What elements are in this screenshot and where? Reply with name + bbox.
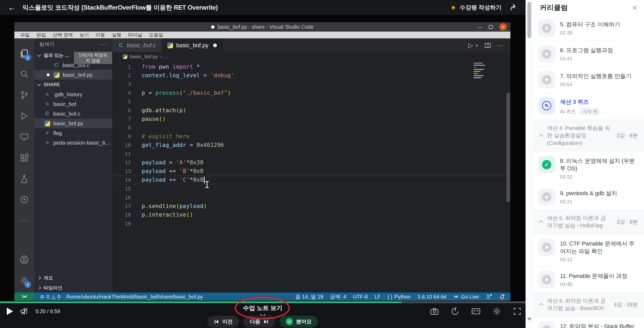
run-debug-icon[interactable] [14, 106, 34, 127]
curriculum-lecture-item[interactable]: 10. CTF Pwnable 문제에서 주어지는 파일 확인03:12 [533, 234, 644, 267]
timeline-header[interactable]: 타임라인 [34, 283, 112, 293]
curriculum-lecture-item[interactable]: 12. 취약점 분석 - Stack Buffer Overflow07:01 [533, 317, 644, 328]
line-number: 18 [112, 212, 131, 218]
settings-gear-icon[interactable]: 1 [14, 270, 34, 291]
search-icon[interactable] [14, 64, 34, 85]
menu-item[interactable]: 선택 영역 [49, 32, 76, 38]
modified-dot-icon [47, 73, 50, 76]
watched-button[interactable]: ✓ 봤어요 [280, 316, 318, 327]
next-button[interactable]: 다음 [244, 316, 275, 327]
subtitles-icon[interactable] [471, 307, 481, 315]
split-editor-icon[interactable] [485, 43, 491, 48]
remote-explorer-icon[interactable] [14, 127, 34, 147]
maximize-icon[interactable] [489, 25, 493, 29]
run-dropdown-icon[interactable]: ∨ [475, 43, 478, 48]
code-editor[interactable]: 1from pwn import *2context.log_level = '… [112, 61, 510, 293]
code-line: 10get_flag_addr = 0x401296 [112, 141, 510, 150]
tab-basic_bof-c[interactable]: C basic_bof.c [112, 38, 162, 52]
language-mode[interactable]: { }Python [387, 294, 411, 300]
play-button[interactable] [7, 308, 13, 315]
eol-type[interactable]: LF [374, 294, 380, 300]
remote-indicator[interactable]: >< [14, 293, 34, 301]
menu-item[interactable]: 이동 [92, 32, 109, 38]
live-share-icon[interactable] [14, 189, 34, 210]
share-icon[interactable] [510, 4, 518, 11]
curriculum-lecture-item[interactable]: 11. Pwnable 문제풀이 과정03:45 [533, 267, 644, 293]
review-button[interactable]: 수강평 작성하기 [460, 4, 502, 11]
scrollbar-thumb[interactable] [527, 2, 531, 38]
playback-speed-icon[interactable] [451, 307, 459, 315]
editor-more-icon[interactable]: ··· [497, 42, 504, 49]
menu-item[interactable]: 보기 [76, 32, 92, 38]
test-beaker-icon[interactable] [14, 168, 34, 189]
lesson-duration: 03:12 [560, 257, 573, 263]
mute-icon[interactable] [20, 307, 29, 315]
curriculum-lecture-item[interactable]: 7. 악의적인 실행흐름 만들기00:54 [533, 67, 644, 93]
explorer-icon[interactable]: 1 [14, 43, 34, 64]
file-tree-item[interactable]: ≡flag [34, 128, 112, 138]
code-line: 5 [112, 97, 510, 106]
play-icon [538, 321, 555, 328]
python-version[interactable]: 3.8.10 64-bit [418, 294, 446, 300]
curriculum-lecture-item[interactable]: ✓8. 리눅스 운영체제 설치 (우분투 OS)03:22 [533, 152, 644, 184]
menu-item[interactable]: 터미널 [125, 32, 146, 38]
go-live-button[interactable]: Go Live [453, 294, 479, 300]
curriculum-section-header[interactable]: 섹션 6. 취약점 이론과 공격기법 실습 - BasicBOF4강 · 15분 [533, 293, 644, 317]
curriculum-section-header[interactable]: 섹션 4. Pwnable 학습을 위한 실습환경설정 (Configurati… [533, 120, 644, 152]
share-folder-header[interactable]: SHARE [34, 80, 112, 90]
menu-item[interactable]: 실행 [109, 32, 125, 38]
lesson-notes-button[interactable]: 수업 노트 보기 [229, 304, 297, 312]
play-icon [538, 71, 555, 88]
line-number: 17 [112, 203, 131, 209]
breadcrumb-separator: › [160, 54, 162, 59]
encoding[interactable]: UTF-8 [353, 294, 368, 300]
close-icon[interactable]: × [632, 3, 637, 12]
explorer-panel: 탐색기 ··· 열려 있는 ... Cbasic_bof.cbasic_bof.… [34, 38, 112, 293]
breadcrumb[interactable]: basic_bof.py › ... [112, 52, 510, 61]
more-actions-icon[interactable]: ··· [14, 210, 34, 231]
settings-icon[interactable] [493, 307, 501, 315]
menu-item[interactable]: 도움말 [146, 32, 166, 38]
file-tree-item[interactable]: basic_bof.py [34, 118, 112, 128]
page-scrollbar[interactable] [526, 0, 533, 328]
lesson-meta: 03:22 [560, 174, 638, 180]
notifications-bell-icon[interactable] [499, 294, 505, 300]
screenshot-camera-icon[interactable] [430, 307, 439, 315]
indentation[interactable]: 공백: 4 [330, 293, 346, 300]
scroll-down-arrow-icon[interactable] [527, 318, 532, 321]
outline-header[interactable]: 개요 [34, 273, 112, 283]
curriculum-lecture-item[interactable]: 6. 프로그램 실행과정01:41 [533, 41, 644, 67]
menu-item[interactable]: 파일 [17, 32, 33, 38]
lesson-meta: 02:26 [560, 30, 620, 36]
cursor-position[interactable]: 줄 14, 열 19 [295, 293, 323, 300]
line-number: 10 [112, 142, 131, 148]
extensions-icon[interactable] [14, 147, 34, 168]
curriculum-title: 커리큘럼 [540, 3, 568, 12]
problems-indicator[interactable]: ⊘0 △0 [40, 294, 60, 300]
tab-basic_bof-py[interactable]: basic_bof.py [162, 38, 223, 52]
fullscreen-icon[interactable] [513, 307, 521, 315]
close-window-icon[interactable]: × [499, 23, 507, 31]
file-tree-item[interactable]: ≡peda-session-basic_b... [34, 138, 112, 147]
source-control-icon[interactable] [14, 85, 34, 106]
file-tree-item[interactable]: ≡basic_bof [34, 99, 112, 109]
back-arrow-icon[interactable]: ← [8, 3, 16, 12]
file-tree-item[interactable]: ≡.gdb_history [34, 90, 112, 99]
explorer-more-icon[interactable]: ··· [100, 41, 107, 48]
account-icon[interactable] [14, 249, 34, 270]
minimize-icon[interactable]: – [479, 26, 482, 28]
curriculum-section-header[interactable]: 섹션 5. 취약점 이론과 공격기법 실습 - HelloFlag2강 · 6분 [533, 210, 644, 234]
editor-scrollbar[interactable] [506, 93, 510, 202]
share-profile-icon[interactable] [486, 294, 492, 300]
run-file-icon[interactable]: ▷ [468, 42, 473, 49]
curriculum-lecture-item[interactable]: 9. pwntools & gdb 설치03:21 [533, 184, 644, 210]
file-tree-item[interactable]: Cbasic_bof.c [34, 109, 112, 118]
menu-item[interactable]: 편집 [33, 32, 49, 38]
video-player-area[interactable]: basic_bof.py - share - Visual Studio Cod… [0, 15, 526, 328]
curriculum-quiz-item[interactable]: ✎섹션 3 퀴즈AI 퀴즈시작 전 [533, 93, 644, 120]
minimap[interactable] [474, 63, 486, 78]
curriculum-lecture-item[interactable]: 5. 컴퓨터 구조 이해하기02:26 [533, 15, 644, 41]
prev-button[interactable]: 이전 [208, 316, 239, 327]
open-editor-item[interactable]: basic_bof.py [34, 70, 112, 80]
editor-area: C basic_bof.c basic_bof.py ▷ ∨ ·· [112, 38, 510, 293]
